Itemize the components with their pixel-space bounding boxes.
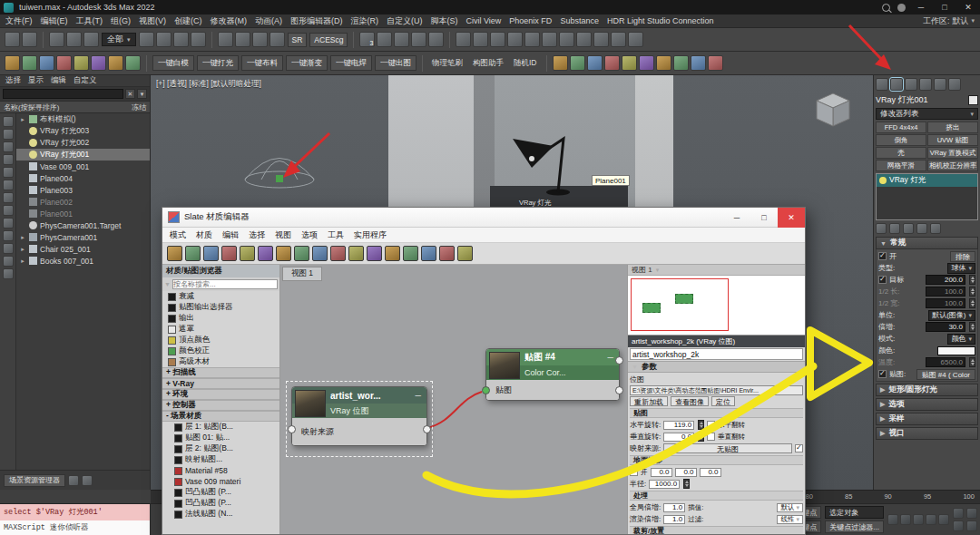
- aces-color-button[interactable]: ACEScg: [309, 33, 348, 47]
- spinner[interactable]: [969, 275, 975, 285]
- select-by-name-icon[interactable]: [156, 32, 172, 47]
- plugin-button[interactable]: 一键白模: [152, 55, 194, 71]
- display-tab-icon[interactable]: [934, 78, 946, 91]
- mode-dropdown[interactable]: 默认▾: [777, 503, 803, 512]
- randomizer-icon[interactable]: [656, 55, 671, 71]
- mirror-icon[interactable]: [473, 32, 488, 47]
- node-color-correction[interactable]: 贴图 #4─ Color Cor... 贴图: [485, 348, 620, 401]
- zoom-region-icon[interactable]: [439, 246, 455, 261]
- modifier-list-dropdown[interactable]: 修改器列表 ▾: [876, 108, 978, 120]
- node-collapse-button[interactable]: ─: [608, 353, 613, 362]
- source-checkbox[interactable]: [795, 444, 803, 452]
- browser-item[interactable]: 遮罩: [162, 324, 279, 335]
- slate-menu-item[interactable]: 选择: [249, 229, 265, 241]
- zoom-tool-icon[interactable]: [421, 246, 436, 261]
- select-link-icon[interactable]: [49, 32, 64, 47]
- light-on-checkbox[interactable]: [878, 252, 887, 260]
- menu-item[interactable]: HDR Light Studio Connection: [607, 16, 714, 25]
- node-vray-bitmap[interactable]: artist_wor...─ VRay 位图 映射来源: [291, 386, 427, 446]
- browser-item[interactable]: Vase 009 materi: [162, 476, 279, 487]
- pick-material-icon[interactable]: [185, 246, 201, 261]
- display-lights-icon[interactable]: [3, 154, 14, 165]
- color-correct-icon[interactable]: [639, 55, 654, 71]
- scene-object-row[interactable]: ▸ PhysCamera001: [16, 231, 150, 243]
- expand-arrow-icon[interactable]: ▸: [19, 234, 26, 241]
- multiplier-field[interactable]: 30.0: [926, 322, 965, 332]
- target-distance-field[interactable]: 200.0: [926, 275, 965, 285]
- sun-light-icon[interactable]: [587, 55, 603, 71]
- bitmap-action-button[interactable]: 查看图像: [671, 396, 709, 406]
- configure-modifier-sets-icon[interactable]: [930, 223, 941, 234]
- viewcube[interactable]: [808, 86, 858, 137]
- input-socket[interactable]: [288, 425, 296, 433]
- position-field[interactable]: 0.0: [675, 468, 697, 477]
- explorer-menu-item[interactable]: 选择: [5, 75, 21, 86]
- mode-dropdown[interactable]: 线性▾: [777, 515, 803, 524]
- browser-item[interactable]: 高级木材: [162, 356, 279, 367]
- menu-item[interactable]: 组(G): [111, 15, 131, 27]
- rollout-header[interactable]: ▶ 视口: [876, 427, 978, 440]
- move-icon[interactable]: [218, 32, 233, 47]
- camera-lister-icon[interactable]: [74, 55, 89, 71]
- browser-item[interactable]: 颜色校正: [162, 345, 279, 356]
- layer-manager-icon[interactable]: [507, 32, 523, 47]
- bitmap-path-button[interactable]: E:\资源\文件类\高动态范围贴图\HDRI Envir...: [630, 385, 803, 395]
- selection-set-dropdown[interactable]: 选定对象: [825, 506, 884, 519]
- plugin-button[interactable]: 一键电焊: [330, 55, 372, 71]
- scene-object-row[interactable]: PhysCamera001.Target: [16, 219, 150, 231]
- lock-explorer-icon[interactable]: [68, 475, 79, 486]
- explorer-menu-item[interactable]: 编辑: [51, 75, 66, 86]
- bind-spacewarp-icon[interactable]: [83, 32, 99, 47]
- menu-item[interactable]: Civil View: [466, 16, 502, 25]
- plugin-button[interactable]: 一键打光: [197, 55, 239, 71]
- light-color-swatch[interactable]: [937, 346, 975, 355]
- scene-object-row[interactable]: ▸ Chair 025_001: [16, 243, 150, 255]
- unlink-selection-icon[interactable]: [66, 32, 82, 47]
- menu-item[interactable]: 修改器(M): [211, 15, 248, 27]
- menu-item[interactable]: 文件(F): [5, 15, 33, 27]
- user-account-icon[interactable]: [897, 4, 906, 12]
- search-icon[interactable]: [882, 4, 890, 12]
- menu-item[interactable]: 图形编辑器(D): [290, 15, 343, 27]
- mapping-source-button[interactable]: 无贴图: [663, 443, 792, 453]
- display-materials-icon[interactable]: [3, 256, 14, 267]
- maximize-button[interactable]: □: [750, 208, 778, 228]
- texture-checkbox[interactable]: [878, 370, 887, 378]
- spinner[interactable]: [683, 479, 690, 489]
- menu-item[interactable]: 工具(T): [76, 15, 103, 27]
- spinner[interactable]: [698, 420, 704, 430]
- sr-button[interactable]: SR: [288, 33, 308, 47]
- close-button[interactable]: ✕: [960, 3, 976, 12]
- browser-item[interactable]: 层 1: 贴图(B...: [162, 422, 279, 433]
- texture-map-button[interactable]: 贴图 #4 ( Color: [916, 369, 975, 380]
- hdri-icon[interactable]: [604, 55, 620, 71]
- modifier-stack[interactable]: VRay 灯光: [876, 173, 978, 220]
- slate-menu-item[interactable]: 编辑: [222, 229, 239, 241]
- target-checkbox[interactable]: [878, 276, 887, 284]
- select-object-icon[interactable]: [139, 32, 154, 47]
- output-socket[interactable]: [615, 356, 623, 365]
- minimize-button[interactable]: ─: [723, 208, 750, 228]
- modifier-button[interactable]: 壳: [876, 147, 926, 159]
- scene-object-row[interactable]: ▸ Books 007_001: [16, 255, 150, 267]
- rotation-field[interactable]: 0.0: [663, 433, 694, 442]
- redo-icon[interactable]: [22, 32, 37, 47]
- video-color-check-icon[interactable]: [312, 246, 328, 261]
- input-socket[interactable]: [482, 386, 490, 394]
- motion-tab-icon[interactable]: [919, 78, 932, 91]
- search-options-icon[interactable]: ▾: [137, 89, 147, 99]
- node-view[interactable]: 视图 1 artist_wor...─ VRay 位图 映射来源: [280, 265, 627, 534]
- plugin-button[interactable]: 一键渐变: [286, 55, 328, 71]
- rect-region-icon[interactable]: [173, 32, 189, 47]
- display-spacewarps-icon[interactable]: [3, 192, 14, 203]
- explorer-menu-item[interactable]: 自定义: [74, 75, 97, 86]
- physical-camera-icon[interactable]: [673, 55, 689, 71]
- spinner[interactable]: [698, 432, 704, 442]
- browser-item[interactable]: 贴图输出选择器: [162, 302, 279, 313]
- output-socket[interactable]: [615, 386, 623, 394]
- percent-snap-icon[interactable]: [411, 32, 426, 47]
- uv-tools-icon[interactable]: [39, 55, 54, 71]
- crossing-region-icon[interactable]: [191, 32, 206, 47]
- browser-item[interactable]: 层 2: 贴图(B...: [162, 443, 279, 454]
- navigator-header[interactable]: 视图 1▾: [628, 265, 805, 276]
